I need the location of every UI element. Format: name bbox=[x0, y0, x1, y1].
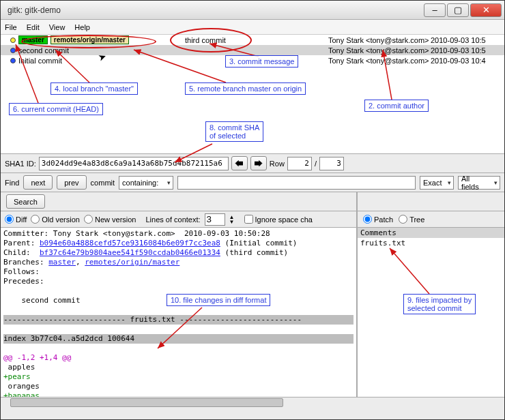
file-comments[interactable]: Comments bbox=[358, 228, 504, 238]
lines-label: Lines of context: bbox=[145, 215, 200, 224]
patch-radio[interactable]: Patch bbox=[363, 215, 393, 224]
ignore-space-checkbox[interactable]: Ignore space cha bbox=[244, 215, 313, 224]
file-panel: Patch Tree Comments fruits.txt bbox=[358, 192, 504, 397]
find-exact-select[interactable]: Exact bbox=[420, 176, 454, 190]
menu-file[interactable]: File bbox=[5, 23, 17, 31]
commit-dot-icon bbox=[10, 38, 16, 43]
window-title: gitk: gitk-demo bbox=[8, 5, 424, 15]
lines-spinner-icon[interactable]: ▲▼ bbox=[229, 215, 235, 224]
maximize-button[interactable]: ▢ bbox=[447, 3, 469, 17]
diff-text[interactable]: Committer: Tony Stark <tony@stark.com> 2… bbox=[1, 228, 356, 397]
menu-help[interactable]: Help bbox=[74, 23, 90, 31]
nav-back-button[interactable]: 🡄 bbox=[231, 156, 248, 170]
commit-author: Tony Stark <tony@stark.com> bbox=[328, 57, 431, 65]
commit-message: third commit bbox=[185, 36, 328, 44]
menubar: File Edit View Help bbox=[1, 20, 504, 35]
diff-options: Diff Old version New version Lines of co… bbox=[1, 211, 356, 228]
nav-forward-button[interactable]: 🡆 bbox=[250, 156, 267, 170]
commit-row[interactable]: Initial commit Tony Stark <tony@stark.co… bbox=[1, 55, 504, 65]
lower-panels: Search Diff Old version New version Line… bbox=[1, 192, 504, 397]
row-sep: / bbox=[315, 160, 317, 168]
find-commit-label: commit bbox=[91, 179, 115, 187]
find-fields-select[interactable]: All fields bbox=[458, 176, 500, 190]
find-toolbar: Find next prev commit containing: Exact … bbox=[1, 173, 504, 192]
find-prev-button[interactable]: prev bbox=[57, 175, 86, 190]
app-window: gitk: gitk-demo – ▢ ✕ File Edit View Hel… bbox=[0, 0, 505, 420]
commit-message: second commit bbox=[18, 46, 69, 55]
commit-dot-icon bbox=[10, 48, 16, 53]
file-header: Patch Tree bbox=[358, 211, 504, 228]
find-label: Find bbox=[5, 179, 19, 187]
row-label: Row bbox=[270, 160, 285, 168]
menu-edit[interactable]: Edit bbox=[27, 23, 40, 31]
commit-message: Initial commit bbox=[18, 57, 62, 65]
new-radio[interactable]: New version bbox=[84, 215, 136, 224]
commit-list: master remotes/origin/master third commi… bbox=[1, 35, 504, 154]
find-next-button[interactable]: next bbox=[23, 175, 53, 190]
sha-toolbar: SHA1 ID: 🡄 🡆 Row / bbox=[1, 154, 504, 173]
close-button[interactable]: ✕ bbox=[470, 3, 502, 17]
file-item[interactable]: fruits.txt bbox=[358, 238, 504, 248]
sha-label: SHA1 ID: bbox=[5, 160, 36, 168]
file-list[interactable]: Comments fruits.txt bbox=[358, 228, 504, 397]
window-buttons: – ▢ ✕ bbox=[424, 3, 502, 17]
row-total bbox=[319, 157, 344, 170]
commit-date: 2010-09-03 10:5 bbox=[431, 36, 486, 44]
commit-author: Tony Stark <tony@stark.com> bbox=[328, 36, 431, 44]
titlebar: gitk: gitk-demo – ▢ ✕ bbox=[1, 1, 504, 20]
old-radio[interactable]: Old version bbox=[31, 215, 80, 224]
bottom-scrollbar[interactable] bbox=[1, 397, 504, 408]
commit-row[interactable]: master remotes/origin/master third commi… bbox=[1, 35, 504, 45]
commit-date: 2010-09-03 10:4 bbox=[431, 57, 486, 65]
commit-dot-icon bbox=[10, 58, 16, 63]
branch-remote-tag[interactable]: remotes/origin/master bbox=[50, 35, 129, 44]
find-input[interactable] bbox=[177, 176, 416, 190]
minimize-button[interactable]: – bbox=[424, 3, 446, 17]
diff-radio[interactable]: Diff bbox=[5, 215, 27, 224]
tree-radio[interactable]: Tree bbox=[399, 215, 424, 224]
row-current-input[interactable] bbox=[287, 157, 312, 170]
diff-panel: Search Diff Old version New version Line… bbox=[1, 192, 358, 397]
commit-row[interactable]: second commit Tony Stark <tony@stark.com… bbox=[1, 45, 504, 55]
sha-input[interactable] bbox=[39, 157, 229, 170]
commit-date: 2010-09-03 10:5 bbox=[431, 46, 486, 55]
menu-view[interactable]: View bbox=[49, 23, 66, 31]
lines-input[interactable] bbox=[205, 213, 225, 226]
commit-author: Tony Stark <tony@stark.com> bbox=[328, 46, 431, 55]
find-mode-select[interactable]: containing: bbox=[119, 176, 173, 190]
branch-local-tag[interactable]: master bbox=[18, 35, 48, 44]
search-button[interactable]: Search bbox=[6, 194, 45, 209]
